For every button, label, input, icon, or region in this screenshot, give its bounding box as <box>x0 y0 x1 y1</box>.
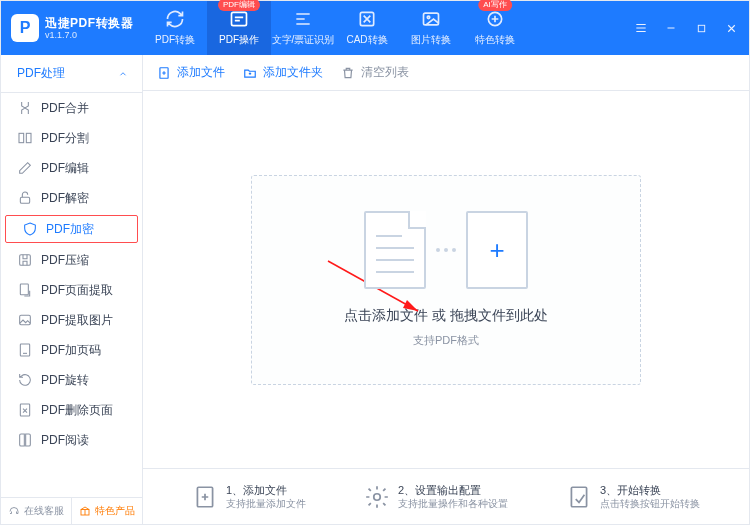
sidebar-title: PDF处理 <box>17 65 65 82</box>
main-tabs: PDF转换 PDF编辑 PDF操作 文字/票证识别 CAD转换 图片转换 AI写… <box>143 1 527 55</box>
headset-icon <box>8 505 20 517</box>
minimize-button[interactable] <box>657 14 685 42</box>
number-icon <box>17 342 33 358</box>
tab-special[interactable]: AI写作 特色转换 <box>463 1 527 55</box>
shield-icon <box>22 221 38 237</box>
cad-icon <box>357 9 377 29</box>
sidebar-item-encrypt[interactable]: PDF加密 <box>5 215 138 243</box>
toolbar: 添加文件 添加文件夹 清空列表 <box>143 55 749 91</box>
main-panel: 添加文件 添加文件夹 清空列表 <box>143 55 749 524</box>
svg-rect-20 <box>571 487 586 507</box>
tab-pdf-operate[interactable]: PDF编辑 PDF操作 <box>207 1 271 55</box>
drop-graphic: + <box>364 211 528 289</box>
add-folder-button[interactable]: 添加文件夹 <box>243 64 323 81</box>
star-icon <box>485 9 505 29</box>
canvas: + 点击添加文件 或 拖拽文件到此处 支持PDF格式 <box>143 91 749 468</box>
step-convert-icon <box>566 484 592 510</box>
dots-icon <box>436 248 456 252</box>
step-settings-icon <box>364 484 390 510</box>
sidebar-item-extract-page[interactable]: PDF页面提取 <box>1 275 142 305</box>
plus-box-icon: + <box>466 211 528 289</box>
step-1: 1、添加文件 支持批量添加文件 <box>192 483 306 510</box>
maximize-button[interactable] <box>687 14 715 42</box>
image-icon <box>421 9 441 29</box>
menu-button[interactable] <box>627 14 655 42</box>
app-name: 迅捷PDF转换器 <box>45 16 133 30</box>
app-logo-icon: P <box>11 14 39 42</box>
svg-rect-0 <box>232 12 247 25</box>
tab-cad[interactable]: CAD转换 <box>335 1 399 55</box>
brand-text: 迅捷PDF转换器 v1.1.7.0 <box>45 16 133 41</box>
folder-plus-icon <box>243 66 257 80</box>
svg-rect-11 <box>20 315 31 324</box>
file-plus-icon <box>157 66 171 80</box>
sidebar-item-rotate[interactable]: PDF旋转 <box>1 365 142 395</box>
window-controls <box>627 1 745 55</box>
maximize-icon <box>696 23 707 34</box>
svg-rect-7 <box>26 133 31 142</box>
text-icon <box>293 9 313 29</box>
sidebar-section-toggle[interactable]: PDF处理 <box>1 55 142 93</box>
unlock-icon <box>17 190 33 206</box>
sidebar-item-extract-image[interactable]: PDF提取图片 <box>1 305 142 335</box>
svg-point-19 <box>374 493 381 500</box>
split-icon <box>17 130 33 146</box>
featured-link[interactable]: 特色产品 <box>71 498 142 524</box>
picture-icon <box>17 312 33 328</box>
sidebar-item-read[interactable]: PDF阅读 <box>1 425 142 455</box>
close-button[interactable] <box>717 14 745 42</box>
sidebar-item-edit[interactable]: PDF编辑 <box>1 153 142 183</box>
drop-zone[interactable]: + 点击添加文件 或 拖拽文件到此处 支持PDF格式 <box>251 175 641 385</box>
app-window: P 迅捷PDF转换器 v1.1.7.0 PDF转换 PDF编辑 PDF操作 文字… <box>0 0 750 525</box>
clear-list-button[interactable]: 清空列表 <box>341 64 409 81</box>
rotate-icon <box>17 372 33 388</box>
steps-bar: 1、添加文件 支持批量添加文件 2、设置输出配置 支持批量操作和各种设置 3、开… <box>143 468 749 524</box>
gift-icon <box>79 505 91 517</box>
svg-rect-9 <box>20 255 31 266</box>
svg-rect-5 <box>698 25 704 31</box>
trash-icon <box>341 66 355 80</box>
sidebar-list: PDF合并 PDF分割 PDF编辑 PDF解密 PDF加密 <box>1 93 142 497</box>
document-icon <box>364 211 426 289</box>
svg-point-3 <box>427 16 430 18</box>
drop-title: 点击添加文件 或 拖拽文件到此处 <box>344 307 548 325</box>
add-file-button[interactable]: 添加文件 <box>157 64 225 81</box>
menu-icon <box>634 21 648 35</box>
svg-rect-10 <box>20 284 28 295</box>
svg-rect-2 <box>424 13 439 25</box>
tab-ocr[interactable]: 文字/票证识别 <box>271 1 335 55</box>
badge-pdf-edit: PDF编辑 <box>218 0 260 11</box>
compress-icon <box>17 252 33 268</box>
drop-subtitle: 支持PDF格式 <box>413 333 479 348</box>
sidebar-item-add-page-number[interactable]: PDF加页码 <box>1 335 142 365</box>
step-3: 3、开始转换 点击转换按钮开始转换 <box>566 483 700 510</box>
sidebar-item-compress[interactable]: PDF压缩 <box>1 245 142 275</box>
sidebar-item-decrypt[interactable]: PDF解密 <box>1 183 142 213</box>
brand: P 迅捷PDF转换器 v1.1.7.0 <box>1 14 143 42</box>
sidebar-item-delete-page[interactable]: PDF删除页面 <box>1 395 142 425</box>
tab-image[interactable]: 图片转换 <box>399 1 463 55</box>
sidebar: PDF处理 PDF合并 PDF分割 PDF编辑 PDF解密 <box>1 55 143 524</box>
title-bar: P 迅捷PDF转换器 v1.1.7.0 PDF转换 PDF编辑 PDF操作 文字… <box>1 1 749 55</box>
sidebar-footer: 在线客服 特色产品 <box>1 497 142 524</box>
sidebar-item-merge[interactable]: PDF合并 <box>1 93 142 123</box>
body: PDF处理 PDF合并 PDF分割 PDF编辑 PDF解密 <box>1 55 749 524</box>
step-add-icon <box>192 484 218 510</box>
merge-icon <box>17 100 33 116</box>
close-icon <box>725 22 738 35</box>
svg-rect-6 <box>19 133 24 142</box>
sidebar-item-split[interactable]: PDF分割 <box>1 123 142 153</box>
app-version: v1.1.7.0 <box>45 30 133 41</box>
tab-pdf-convert[interactable]: PDF转换 <box>143 1 207 55</box>
minimize-icon <box>665 22 677 34</box>
svg-rect-12 <box>20 344 29 356</box>
step-2: 2、设置输出配置 支持批量操作和各种设置 <box>364 483 508 510</box>
support-link[interactable]: 在线客服 <box>1 498 71 524</box>
refresh-icon <box>165 9 185 29</box>
edit-icon <box>17 160 33 176</box>
page-out-icon <box>17 282 33 298</box>
slider-icon <box>229 9 249 29</box>
chevron-up-icon <box>118 69 128 79</box>
book-icon <box>17 432 33 448</box>
page-delete-icon <box>17 402 33 418</box>
